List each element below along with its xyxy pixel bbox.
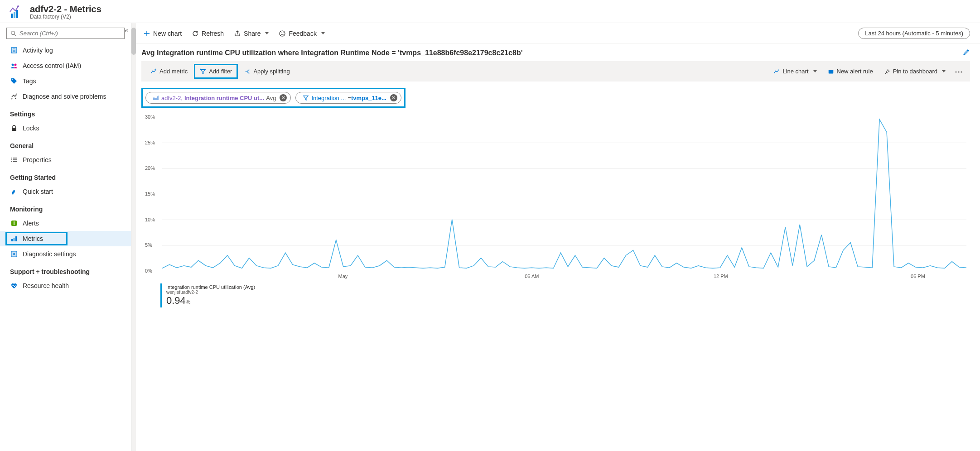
datafactory-icon [9,4,25,20]
svg-point-10 [12,64,14,66]
nav-label: Diagnose and solve problems [23,93,106,100]
sidebar-search[interactable] [6,28,125,39]
share-icon [234,30,241,37]
collapse-sidebar-button[interactable]: « [125,27,128,34]
summary-resource-name: wenjiefuadfv2-2 [166,290,255,295]
y-tick: 10% [145,217,155,222]
nav-label: Properties [23,156,52,163]
nav-label: Activity log [23,47,53,54]
svg-point-30 [280,31,285,36]
svg-point-27 [13,253,15,255]
nav-group-header: Support + troubleshooting [0,262,131,278]
sidebar-item-properties[interactable]: Properties [0,152,131,168]
x-tick: 06 AM [525,273,539,279]
metric-summary-card: Integration runtime CPU utilization (Avg… [160,283,260,307]
nav-group-header: General [0,136,131,152]
svg-rect-13 [12,128,16,131]
y-tick: 30% [145,114,155,120]
svg-point-32 [283,32,284,33]
properties-icon [10,156,18,164]
alerts-icon [10,219,18,227]
y-tick: 0% [145,268,152,273]
pencil-icon [963,48,970,56]
svg-point-35 [249,69,250,70]
nav-label: Access control (IAM) [23,62,81,69]
metric-filter-highlight: adfv2-2, Integration runtime CPU ut... A… [141,88,406,108]
quick-start-icon [10,187,18,196]
share-button[interactable]: Share [232,28,270,39]
add-metric-button[interactable]: + Add metric [146,65,192,77]
nav-label: Locks [23,125,39,132]
sidebar-item-tags[interactable]: Tags [0,73,131,89]
feedback-button[interactable]: Feedback [277,28,326,39]
edit-title-button[interactable] [963,48,970,58]
apply-splitting-button[interactable]: Apply splitting [240,65,294,77]
nav-group-header: Monitoring [0,199,131,216]
svg-rect-25 [15,236,17,241]
x-tick: 06 PM [911,273,925,279]
filter-pill[interactable]: Integration ... = tvmps_11e... ✕ [295,92,401,104]
svg-rect-1 [11,14,13,18]
svg-point-16 [11,159,12,160]
line-chart[interactable]: 0%5%10%15%20%25%30%May06 AM12 PM06 PM [145,117,966,271]
linechart-icon [773,68,780,75]
sidebar-item-diag-settings[interactable]: Diagnostic settings [0,246,131,262]
nav-group-header: Settings [0,104,131,120]
sidebar-item-resource-health[interactable]: Resource health [0,278,131,293]
y-tick: 15% [145,191,155,197]
new-alert-rule-button[interactable]: New alert rule [823,65,878,77]
metrics-icon [10,235,18,243]
sidebar-item-access-control[interactable]: Access control (IAM) [0,58,131,73]
chart-type-dropdown[interactable]: Line chart [769,65,821,77]
search-icon [10,30,17,37]
alert-icon [828,68,834,75]
svg-point-12 [12,79,13,80]
metric-pill[interactable]: adfv2-2, Integration runtime CPU ut... A… [145,92,291,104]
scrollbar[interactable] [131,23,136,451]
funnel-icon [300,95,311,101]
pin-to-dashboard-button[interactable]: Pin to dashboard [879,65,950,77]
command-bar: New chart Refresh Share Feedback Last 24… [131,23,980,44]
nav-label: Alerts [23,220,39,227]
diagnose-icon [10,92,18,101]
chart-command-bar: + Add metric + Add filter Apply splittin… [141,61,970,82]
page-header: adfv2-2 - Metrics Data factory (V2) [0,0,980,23]
new-chart-button[interactable]: New chart [141,28,183,39]
remove-metric-button[interactable]: ✕ [280,94,287,101]
x-tick: May [338,273,348,279]
sidebar-item-diagnose[interactable]: Diagnose and solve problems [0,89,131,104]
sidebar-item-alerts[interactable]: Alerts [0,216,131,231]
nav-label: Resource health [23,282,69,289]
svg-rect-37 [828,70,833,73]
sidebar-nav[interactable]: Activity logAccess control (IAM)TagsDiag… [0,43,131,451]
svg-point-14 [11,158,12,158]
svg-text:+: + [200,68,202,71]
sidebar-item-quick-start[interactable]: Quick start [0,184,131,199]
plus-icon [143,30,150,37]
summary-metric-name: Integration runtime CPU utilization (Avg… [166,284,255,290]
svg-rect-23 [11,239,13,241]
sidebar-item-activity-log[interactable]: Activity log [0,43,131,58]
time-range-picker[interactable]: Last 24 hours (Automatic - 5 minutes) [858,28,970,39]
svg-rect-2 [14,12,15,18]
smiley-icon [279,30,286,37]
sidebar-item-locks[interactable]: Locks [0,120,131,136]
add-filter-button[interactable]: + Add filter [194,64,238,79]
search-input[interactable] [19,30,121,37]
remove-filter-button[interactable]: ✕ [390,94,397,101]
nav-label: Diagnostic settings [23,250,76,258]
svg-rect-22 [14,224,14,225]
refresh-button[interactable]: Refresh [190,28,226,39]
svg-line-5 [14,34,16,36]
svg-point-11 [14,64,17,66]
y-tick: 20% [145,165,155,171]
split-icon [244,68,251,75]
resource-health-icon [10,282,18,290]
svg-rect-21 [14,221,14,224]
sidebar-item-metrics[interactable]: Metrics [0,231,131,246]
svg-point-31 [281,32,282,33]
more-button[interactable]: ⋯ [952,67,966,77]
factory-icon [150,94,161,101]
summary-value: 0.94 [166,295,186,306]
refresh-icon [192,30,199,37]
